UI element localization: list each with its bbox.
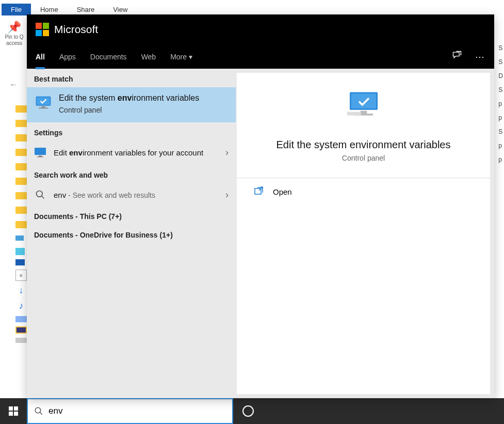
section-work-web: Search work and web: [27, 165, 236, 183]
folder-icon[interactable]: [15, 192, 27, 199]
search-filter-tabs: All Apps Documents Web More ▾ ⋯: [27, 44, 494, 69]
folder-icon[interactable]: [15, 178, 27, 185]
svg-rect-2: [41, 106, 45, 108]
svg-rect-1: [37, 98, 50, 105]
start-button[interactable]: [0, 398, 27, 424]
folder-icon[interactable]: [15, 149, 27, 156]
folder-icon[interactable]: [15, 120, 27, 127]
svg-rect-10: [351, 93, 376, 108]
section-documents-onedrive[interactable]: Documents - OneDrive for Business (1+): [27, 226, 236, 244]
ribbon-file-tab[interactable]: File: [2, 4, 31, 15]
svg-rect-4: [35, 148, 46, 155]
open-label: Open: [273, 187, 292, 196]
svg-rect-11: [360, 111, 367, 114]
best-match-subtitle: Control panel: [59, 106, 199, 114]
svg-rect-6: [37, 156, 43, 158]
svg-point-15: [35, 407, 41, 413]
search-header: Microsoft: [27, 14, 494, 44]
svg-point-7: [37, 191, 43, 197]
chevron-right-icon: ›: [225, 190, 229, 200]
detail-subtitle: Control panel: [342, 154, 385, 162]
thispc-icon[interactable]: [15, 235, 24, 241]
taskbar: [0, 398, 504, 424]
cortana-button[interactable]: [233, 398, 263, 424]
microsoft-logo-icon: [36, 23, 49, 36]
folder-icon[interactable]: [15, 105, 27, 113]
section-settings: Settings: [27, 122, 236, 141]
search-results-panel: Microsoft All Apps Documents Web More ▾ …: [27, 14, 494, 398]
pictures-icon[interactable]: [15, 316, 27, 322]
microsoft-logo-text: Microsoft: [54, 23, 98, 36]
ribbon-home-tab[interactable]: Home: [31, 4, 68, 15]
tab-web[interactable]: Web: [141, 44, 156, 69]
web-result-label: env - See work and web results: [54, 191, 225, 199]
search-input[interactable]: [48, 406, 226, 416]
cortana-icon: [242, 405, 254, 417]
open-icon: [254, 186, 264, 197]
videos-icon[interactable]: [15, 326, 27, 334]
explorer-sidebar: ≡ ↓ ♪: [15, 98, 27, 347]
taskbar-search-box[interactable]: [27, 398, 233, 424]
music-icon[interactable]: ♪: [15, 301, 27, 312]
tab-all[interactable]: All: [36, 44, 45, 69]
folder-icon[interactable]: [15, 221, 27, 228]
object3d-icon[interactable]: [15, 248, 25, 255]
ribbon-view-tab[interactable]: View: [104, 4, 137, 15]
section-documents-thispc[interactable]: Documents - This PC (7+): [27, 207, 236, 226]
chevron-right-icon: ›: [225, 147, 229, 158]
svg-rect-3: [39, 107, 48, 108]
documents-icon[interactable]: ≡: [15, 270, 27, 281]
partial-right-text: SSDSppSpp: [498, 44, 503, 163]
desktop-icon[interactable]: [15, 259, 25, 265]
section-best-match: Best match: [27, 69, 236, 87]
monitor-check-icon-large: [345, 90, 382, 121]
pin-label-2: access: [3, 40, 26, 46]
tab-more[interactable]: More ▾: [170, 44, 192, 69]
result-detail-pane: Edit the system environment variables Co…: [237, 73, 490, 394]
folder-icon[interactable]: [15, 207, 27, 214]
best-match-result[interactable]: Edit the system environment variables Co…: [27, 87, 236, 122]
folder-icon[interactable]: [15, 163, 27, 170]
svg-line-16: [40, 412, 42, 415]
drive-icon[interactable]: [15, 338, 27, 343]
more-options-icon[interactable]: ⋯: [475, 51, 485, 62]
nav-back-button[interactable]: ←: [9, 80, 18, 89]
settings-result-edit-env-user[interactable]: Edit environment variables for your acco…: [27, 141, 236, 165]
detail-title: Edit the system environment variables: [277, 139, 451, 151]
feedback-icon[interactable]: [452, 50, 462, 63]
pin-icon: 📌: [3, 21, 26, 34]
settings-result-label: Edit environment variables for your acco…: [54, 148, 225, 157]
pin-to-quick-access[interactable]: 📌 Pin to Q access: [3, 21, 26, 46]
windows-logo-icon: [9, 406, 18, 416]
search-icon: [34, 189, 46, 201]
search-icon: [34, 406, 43, 416]
tab-apps[interactable]: Apps: [59, 44, 76, 69]
svg-rect-13: [347, 112, 361, 115]
monitor-icon: [34, 146, 46, 159]
svg-line-8: [42, 196, 44, 199]
downloads-icon[interactable]: ↓: [15, 285, 27, 296]
tab-documents[interactable]: Documents: [90, 44, 127, 69]
web-result-env[interactable]: env - See work and web results ›: [27, 183, 236, 207]
monitor-check-icon: [34, 96, 53, 110]
open-action[interactable]: Open: [237, 178, 490, 205]
ribbon-share-tab[interactable]: Share: [68, 4, 104, 15]
folder-icon[interactable]: [15, 134, 27, 142]
search-results-list: Best match Edit the system environment v…: [27, 69, 236, 398]
best-match-title: Edit the system environment variables: [59, 93, 199, 103]
svg-rect-5: [39, 155, 42, 156]
pin-label-1: Pin to Q: [3, 34, 26, 40]
